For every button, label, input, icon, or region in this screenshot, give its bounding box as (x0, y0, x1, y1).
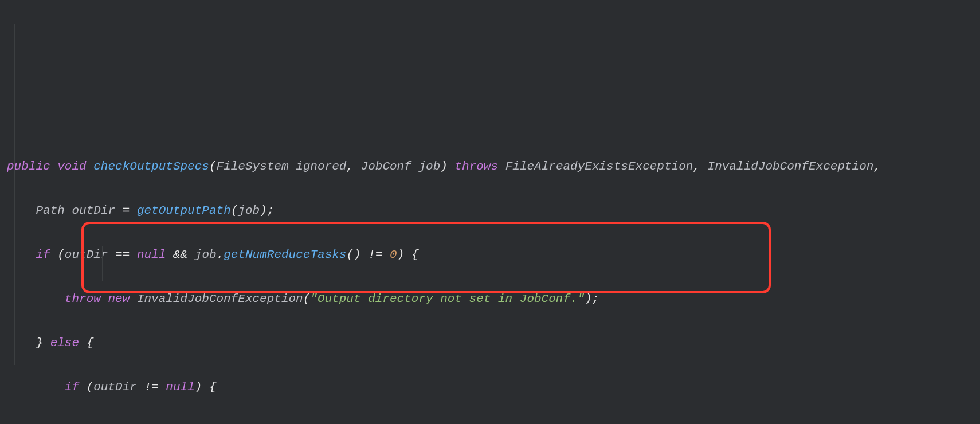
keyword-else: else (50, 336, 79, 350)
code-line: Path outDir = getOutputPath(job); (7, 200, 980, 222)
operator-assign: = (123, 204, 130, 217)
method-name: checkOutputSpecs (93, 160, 209, 173)
type-name: InvalidJobConfException (137, 292, 303, 305)
keyword-null: null (137, 248, 166, 261)
indent-guide (73, 135, 73, 301)
variable: outDir (72, 204, 115, 217)
indent-guide (44, 69, 44, 344)
comma: , (693, 160, 700, 173)
param-name: job (418, 160, 440, 173)
comma: , (873, 160, 881, 173)
code-editor[interactable]: public void checkOutputSpecs(FileSystem … (0, 0, 980, 424)
keyword-if: if (65, 380, 79, 394)
paren: ( (87, 380, 94, 394)
code-line: } else { (7, 332, 980, 355)
type-name: InvalidJobConfException (708, 160, 874, 173)
paren: ( (231, 204, 238, 217)
type-name: JobConf (361, 160, 411, 173)
code-line: public void checkOutputSpecs(FileSystem … (7, 156, 980, 178)
paren-semi: ); (585, 292, 599, 305)
code-line: if (outDir == null && job.getNumReduceTa… (7, 244, 980, 266)
string-literal: "Output directory not set in JobConf." (310, 292, 585, 305)
variable: outDir (93, 380, 137, 394)
argument: job (238, 204, 260, 217)
keyword-new: new (108, 292, 130, 305)
indent-guide (14, 24, 15, 365)
type-name: Path (36, 204, 64, 217)
operator-eqeq: == (115, 248, 130, 261)
paren: ( (303, 292, 311, 305)
paren-semi: ); (260, 204, 274, 217)
code-line: if (outDir != null) { (7, 376, 980, 399)
keyword-void: void (57, 160, 86, 173)
keyword-null: null (166, 380, 194, 394)
operator-and: && (173, 248, 187, 261)
indent-guide (102, 246, 103, 281)
keyword-throw: throw (65, 292, 101, 305)
paren: ( (209, 160, 217, 173)
brace: } (36, 336, 43, 350)
param-name: ignored (296, 160, 346, 173)
operator-neq: != (144, 380, 159, 394)
paren: ( (57, 248, 65, 261)
method-call: getNumReduceTasks (224, 248, 346, 261)
parens: () (346, 248, 360, 261)
operator-neq: != (368, 248, 382, 261)
code-line: FileSystem fs = outDir.getFileSystem(job… (7, 421, 980, 425)
variable: job (195, 248, 217, 261)
keyword-throws: throws (454, 160, 498, 173)
type-name: FileAlreadyExistsException (505, 160, 693, 173)
type-name: FileSystem (217, 160, 289, 173)
brace: ) { (397, 248, 419, 261)
code-line: throw new InvalidJobConfException("Outpu… (7, 288, 980, 311)
paren: ) (440, 160, 448, 173)
method-call: getOutputPath (137, 204, 231, 217)
brace: { (87, 336, 94, 350)
comma: , (346, 160, 354, 173)
number-literal: 0 (390, 248, 397, 261)
dot: . (217, 248, 224, 261)
brace: ) { (195, 380, 217, 394)
